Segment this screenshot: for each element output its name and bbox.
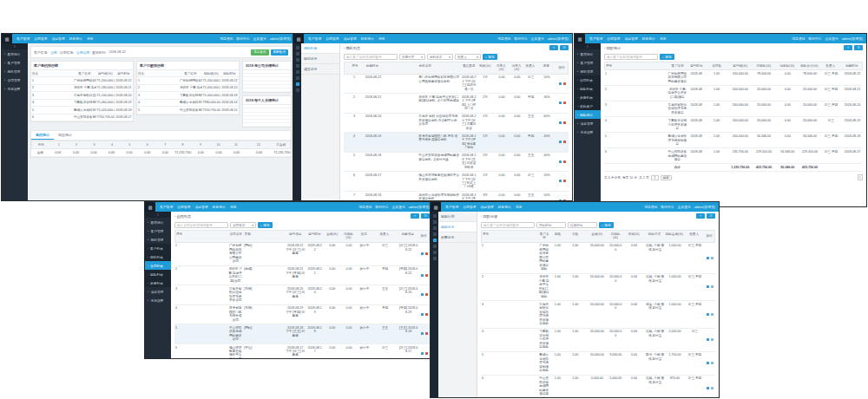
topbar-menu-item[interactable]: 项目管理: [343, 36, 356, 41]
module-icon[interactable]: [296, 64, 299, 68]
sidebar-item[interactable]: ▪回款统计: [575, 110, 601, 119]
topbar-menu-item[interactable]: 客户管理: [16, 36, 30, 41]
topbar-menu-item[interactable]: 客户管理: [308, 36, 321, 41]
search-button[interactable]: ⌕搜索: [483, 54, 497, 60]
edit-icon[interactable]: [421, 293, 424, 296]
topbar-menu-item[interactable]: 全屏显示: [678, 205, 691, 209]
edit-icon[interactable]: [707, 285, 709, 288]
topbar-menu-item[interactable]: 消息通知: [644, 205, 657, 209]
delete-icon[interactable]: [563, 180, 566, 182]
list-view-button[interactable]: ☰: [560, 45, 569, 51]
edit-icon[interactable]: [421, 252, 424, 255]
sidebar-item[interactable]: ▪发票列表: [575, 93, 601, 101]
search-button[interactable]: ⌕搜索: [660, 54, 674, 60]
delete-icon[interactable]: [425, 274, 428, 277]
export-button[interactable]: 导出数据: [251, 49, 268, 56]
page-go-button[interactable]: 确定: [661, 175, 672, 180]
topbar-menu-item[interactable]: 全屏显示: [253, 36, 266, 41]
edit-icon[interactable]: [707, 387, 709, 389]
topbar-menu-item[interactable]: 系统: [87, 36, 94, 41]
delete-icon[interactable]: [425, 332, 428, 335]
submenu-item[interactable]: 发票记录: [438, 232, 477, 243]
add-button[interactable]: ＋: [549, 45, 558, 51]
edit-icon[interactable]: [707, 313, 709, 316]
delete-icon[interactable]: [563, 200, 566, 200]
search-input[interactable]: [174, 222, 228, 228]
sidebar-item[interactable]: ▸商机管理: [575, 67, 601, 75]
delete-icon[interactable]: [425, 352, 428, 355]
delete-icon[interactable]: [425, 313, 428, 316]
topbar-menu-item[interactable]: 合同管理: [607, 36, 620, 41]
page-1-button[interactable]: 1: [858, 174, 864, 180]
module-icon[interactable]: [433, 220, 437, 224]
detail-icon[interactable]: [711, 257, 713, 259]
sidebar-item[interactable]: ▸客户管理: [145, 226, 171, 235]
search-button[interactable]: ⌕搜索: [258, 222, 273, 228]
delete-icon[interactable]: [563, 141, 566, 143]
edit-icon[interactable]: [421, 274, 424, 277]
topbar-menu-item[interactable]: 消息通知: [220, 36, 233, 41]
submenu-item[interactable]: 回款记录: [438, 222, 477, 232]
module-icon[interactable]: [296, 58, 299, 62]
submenu-item[interactable]: 回款计划: [438, 212, 477, 222]
edit-icon[interactable]: [421, 352, 424, 355]
module-icon[interactable]: [296, 76, 299, 80]
edit-icon[interactable]: [707, 362, 709, 364]
module-icon[interactable]: [433, 251, 437, 254]
sidebar-item[interactable]: ▪客户列表: [145, 244, 171, 252]
sidebar-item[interactable]: ▸数据统计: [145, 218, 171, 226]
date-from-input[interactable]: 开始时间: [536, 222, 566, 228]
filter-select[interactable]: 合同状态▾: [230, 222, 256, 228]
topbar-menu-item[interactable]: 项目管理: [194, 205, 207, 209]
topbar-menu-item[interactable]: 全屏显示: [392, 205, 405, 209]
sidebar-item[interactable]: ▪回款列表: [575, 84, 601, 93]
add-button[interactable]: ＋: [696, 213, 705, 219]
module-icon[interactable]: [433, 214, 437, 218]
sidebar-item[interactable]: ▪发票列表: [145, 278, 171, 287]
sidebar-item[interactable]: ▸系统设置: [145, 296, 171, 304]
page-jump-input[interactable]: [651, 175, 659, 180]
sidebar-toggle[interactable]: ≡: [145, 212, 171, 218]
filter-link[interactable]: 全部: [50, 50, 57, 55]
edit-icon[interactable]: [707, 338, 709, 341]
tab[interactable]: 签约统计: [31, 131, 54, 140]
submenu-item[interactable]: 回访记录: [301, 54, 339, 64]
sidebar-item[interactable]: ▸数据统计: [575, 49, 601, 58]
date-to-input[interactable]: 结束时间: [568, 222, 597, 228]
topbar-menu-item[interactable]: 财务统计: [361, 36, 374, 41]
module-icon[interactable]: [433, 226, 437, 230]
detail-icon[interactable]: [711, 338, 713, 341]
topbar-menu-item[interactable]: admin(管理员): [409, 205, 430, 209]
view-icon[interactable]: [559, 180, 562, 182]
sidebar-toggle[interactable]: ≡: [2, 43, 28, 49]
module-icon[interactable]: [433, 257, 437, 260]
filter-select[interactable]: 负责人▾: [455, 54, 481, 60]
module-icon[interactable]: [296, 88, 299, 92]
submenu-item[interactable]: 商机列表: [301, 43, 339, 54]
module-icon[interactable]: [433, 245, 437, 248]
topbar-menu-item[interactable]: 帮助中心: [514, 36, 527, 41]
search-input[interactable]: [344, 54, 398, 60]
list-view-button[interactable]: ☰: [707, 213, 715, 219]
delete-icon[interactable]: [563, 121, 566, 124]
view-icon[interactable]: [559, 141, 562, 143]
topbar-menu-item[interactable]: 系统: [660, 36, 667, 41]
topbar-menu-item[interactable]: 合同管理: [34, 36, 47, 41]
filter-select[interactable]: 商机状态▾: [427, 54, 453, 60]
sidebar-toggle[interactable]: ≡: [575, 43, 601, 49]
tab[interactable]: 回款统计: [54, 131, 76, 140]
topbar-menu-item[interactable]: 项目管理: [480, 205, 493, 209]
detail-icon[interactable]: [711, 285, 713, 288]
module-icon[interactable]: [296, 52, 299, 56]
topbar-menu-item[interactable]: 项目管理: [624, 36, 637, 41]
topbar-menu-item[interactable]: 客户管理: [589, 36, 602, 41]
topbar-menu-item[interactable]: 帮助中心: [661, 205, 674, 209]
list-view-button[interactable]: ☰: [854, 45, 863, 51]
edit-icon[interactable]: [707, 257, 709, 259]
topbar-menu-item[interactable]: 全屏显示: [531, 36, 544, 41]
search-input[interactable]: [481, 222, 535, 228]
view-icon[interactable]: [559, 160, 562, 163]
topbar-menu-item[interactable]: 帮助中心: [375, 205, 388, 209]
search-button[interactable]: ⌕搜索: [599, 222, 614, 228]
module-icon[interactable]: [433, 239, 437, 242]
